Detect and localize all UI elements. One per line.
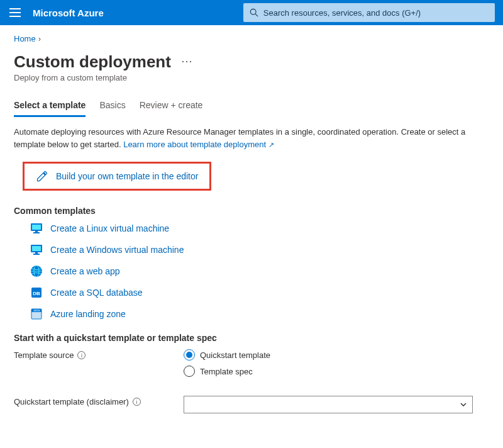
pencil-icon [36, 170, 48, 182]
search-input[interactable] [263, 8, 489, 18]
build-template-label: Build your own template in the editor [56, 171, 198, 181]
svg-rect-6 [32, 225, 41, 230]
svg-text:DB: DB [33, 291, 40, 296]
svg-rect-11 [35, 252, 38, 254]
chevron-right-icon: › [37, 34, 42, 43]
svg-rect-10 [32, 246, 41, 251]
page-title: Custom deployment [14, 52, 171, 72]
radio-template-spec[interactable]: Template spec [184, 366, 270, 377]
intro-text: Automate deploying resources with Azure … [14, 126, 479, 150]
tab-basics[interactable]: Basics [99, 100, 125, 117]
tab-select-template[interactable]: Select a template [14, 100, 86, 117]
breadcrumb: Home › [14, 34, 489, 43]
external-link-icon: ↗ [268, 140, 274, 150]
template-sql-db[interactable]: DB Create a SQL database [30, 286, 489, 299]
hamburger-menu[interactable] [0, 0, 30, 25]
quickstart-template-row: Quickstart template (disclaimer) i [14, 396, 489, 413]
svg-text:JSON: JSON [33, 309, 40, 312]
svg-point-3 [250, 9, 256, 14]
template-source-options: Quickstart template Template spec [184, 349, 270, 377]
database-icon: DB [30, 286, 43, 299]
template-web-app[interactable]: Create a web app [30, 265, 489, 277]
page-subtitle: Deploy from a custom template [14, 73, 489, 82]
template-link: Create a Windows virtual machine [50, 245, 184, 255]
build-template-button[interactable]: Build your own template in the editor [23, 162, 211, 191]
json-icon: JSON [30, 308, 43, 320]
search-container [111, 3, 503, 22]
svg-rect-2 [9, 16, 21, 17]
quickstart-heading: Start with a quickstart template or temp… [14, 333, 489, 343]
template-linux-vm[interactable]: Create a Linux virtual machine [30, 222, 489, 235]
template-link: Create a SQL database [50, 288, 143, 298]
global-search[interactable] [243, 3, 495, 22]
svg-rect-0 [9, 8, 21, 9]
tab-bar: Select a template Basics Review + create [14, 100, 489, 117]
page-content: Home › Custom deployment ⋯ Deploy from a… [0, 25, 503, 439]
common-templates-heading: Common templates [14, 206, 489, 216]
svg-rect-1 [9, 12, 21, 13]
template-source-row: Template source i Quickstart template Te… [14, 349, 489, 377]
template-link: Create a Linux virtual machine [50, 223, 169, 233]
breadcrumb-home[interactable]: Home [14, 34, 36, 43]
svg-line-4 [255, 14, 258, 16]
search-icon [250, 8, 258, 17]
template-link: Create a web app [50, 266, 120, 276]
title-row: Custom deployment ⋯ [14, 52, 489, 72]
brand-label[interactable]: Microsoft Azure [30, 8, 111, 18]
tab-review-create[interactable]: Review + create [140, 100, 203, 117]
info-icon[interactable]: i [133, 398, 141, 406]
template-list: Create a Linux virtual machine Create a … [30, 222, 489, 320]
info-icon[interactable]: i [77, 351, 86, 359]
chevron-down-icon [460, 401, 467, 408]
hamburger-icon [9, 8, 21, 17]
vm-icon [30, 244, 43, 256]
more-actions-button[interactable]: ⋯ [181, 54, 194, 68]
template-windows-vm[interactable]: Create a Windows virtual machine [30, 244, 489, 256]
globe-icon [30, 265, 43, 277]
radio-icon [184, 366, 195, 377]
top-bar: Microsoft Azure [0, 0, 503, 25]
vm-icon [30, 222, 43, 235]
svg-rect-8 [33, 232, 40, 233]
svg-rect-7 [35, 231, 38, 232]
radio-icon [184, 349, 195, 361]
svg-rect-12 [33, 254, 40, 255]
quickstart-template-label: Quickstart template (disclaimer) i [14, 396, 184, 406]
quickstart-template-dropdown[interactable] [184, 396, 473, 413]
learn-more-link[interactable]: Learn more about template deployment↗ [123, 140, 274, 149]
template-link: Azure landing zone [50, 309, 126, 319]
radio-quickstart-template[interactable]: Quickstart template [184, 349, 270, 361]
template-landing-zone[interactable]: JSON Azure landing zone [30, 308, 489, 320]
template-source-label: Template source i [14, 349, 184, 360]
